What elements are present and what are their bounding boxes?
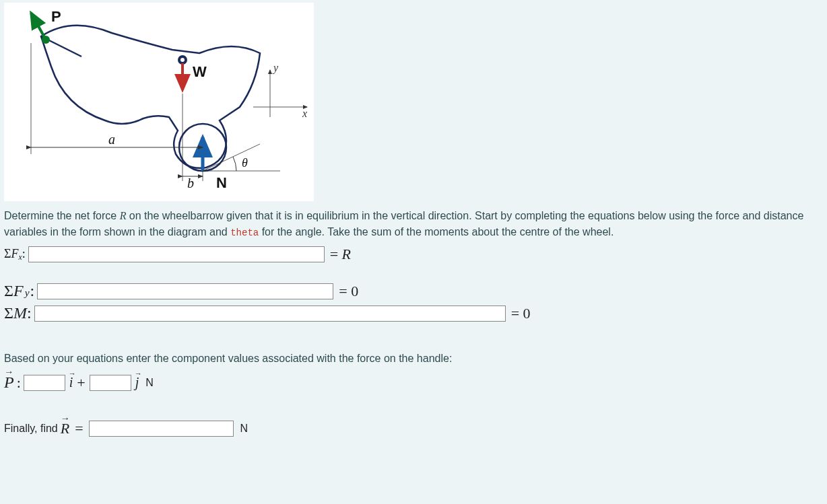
- finally-text: Finally, find: [4, 423, 58, 435]
- svg-point-6: [180, 58, 185, 62]
- theta-variable: theta: [230, 227, 259, 238]
- equation-r-final: Finally, find → R = N: [4, 420, 823, 437]
- equation-sum-m: ΣM: = 0: [4, 304, 823, 322]
- equation-p-vector: → P : →i + →j N: [4, 373, 823, 392]
- vector-R-label: → R: [61, 420, 69, 437]
- p-i-component-input[interactable]: [24, 375, 65, 391]
- component-prompt: Based on your equations enter the compon…: [4, 351, 823, 367]
- wheelbarrow-diagram: P W N a b θ: [4, 3, 314, 201]
- diagram-label-x: x: [302, 108, 307, 119]
- p-j-component-input[interactable]: [90, 375, 131, 391]
- svg-point-4: [42, 36, 50, 44]
- svg-line-15: [203, 144, 260, 171]
- sum-m-input[interactable]: [34, 305, 506, 322]
- diagram-label-W: W: [193, 63, 207, 80]
- diagram-label-N: N: [216, 174, 227, 191]
- diagram-label-b: b: [187, 176, 194, 190]
- sum-fy-input[interactable]: [37, 283, 333, 299]
- i-hat: →i: [69, 375, 73, 390]
- vector-P-label: → P: [4, 373, 14, 392]
- unit-newton-2: N: [240, 423, 249, 435]
- sum-fx-input[interactable]: [28, 246, 325, 262]
- unit-newton: N: [145, 377, 154, 389]
- diagram-label-a: a: [108, 132, 115, 147]
- equation-sum-fx: ΣFx: = R: [4, 246, 823, 263]
- diagram-label-theta: θ: [242, 156, 248, 170]
- diagram-label-y: y: [272, 62, 279, 74]
- problem-prompt: Determine the net force R on the wheelba…: [4, 208, 823, 240]
- equation-sum-fy: ΣFy: = 0: [4, 282, 823, 300]
- r-magnitude-input[interactable]: [89, 421, 234, 437]
- svg-line-3: [31, 13, 46, 40]
- diagram-label-P: P: [51, 8, 61, 25]
- j-hat: →j: [135, 375, 139, 390]
